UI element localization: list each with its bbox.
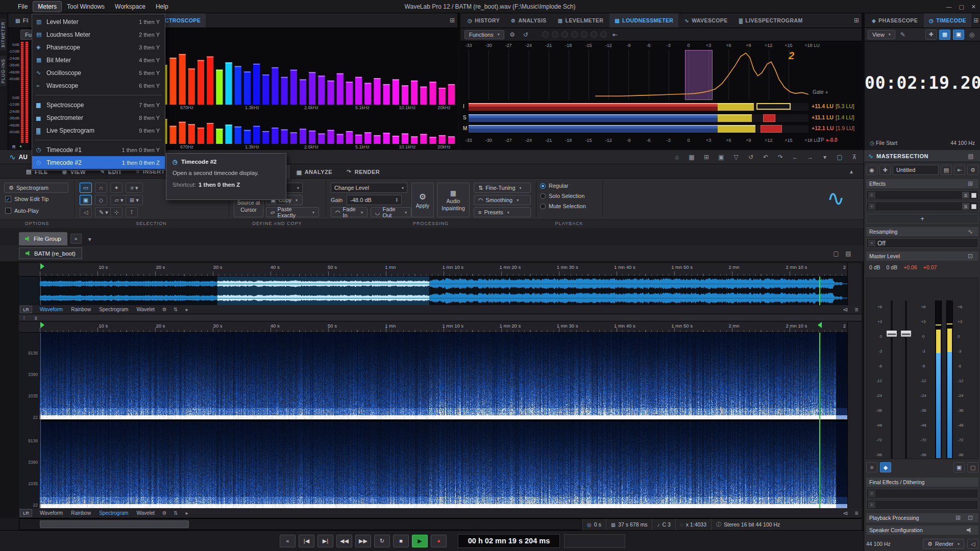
view-tab-rainbow[interactable]: Rainbow (67, 306, 94, 313)
meter-tab-timecode[interactable]: ◷TIMECODE (924, 13, 971, 28)
list-icon[interactable]: ≡ (851, 509, 862, 518)
view-settings-icon[interactable]: ⚙ (159, 509, 169, 518)
share-icon[interactable]: ⊲ (840, 305, 850, 314)
lasso-tool[interactable]: ∩ (95, 183, 107, 193)
fade-out-button[interactable]: ◡Fade Out▾ (371, 207, 411, 217)
grid-display-icon[interactable]: ▦ (939, 30, 950, 40)
list-icon[interactable]: ≡ (851, 305, 862, 314)
view-tab-wavelet[interactable]: Wavelet (133, 306, 158, 313)
nav-forward-icon[interactable]: → (805, 153, 815, 162)
change-level-select[interactable]: Change Level▾ (331, 183, 407, 193)
gear-icon[interactable]: ⚙ (967, 165, 978, 175)
meter-mode-icon[interactable] (552, 31, 558, 38)
window-control--[interactable]: — (946, 4, 951, 10)
horizontal-scrollbar[interactable] (19, 518, 582, 530)
status-info-icon[interactable]: ⓘStereo 16 bit 44 100 Hz (711, 519, 785, 530)
view-play-icon[interactable]: ▸ (182, 509, 192, 518)
meter-tab-levelmeter[interactable]: ▥LEVELMETER (553, 13, 608, 28)
main-ruler[interactable]: 10 s20 s30 s40 s50 s1 mn1 mn 10 s1 mn 20… (40, 321, 847, 333)
nav-back-icon[interactable]: ← (790, 153, 800, 162)
home-icon[interactable]: ⌂ (672, 153, 682, 162)
tabbar-menu-icon[interactable]: ⊞ (972, 16, 980, 25)
tabbar-menu-icon[interactable]: ⊞ (851, 16, 862, 25)
meter-tab-loudnessmeter[interactable]: ▤LOUDNESSMETER (609, 13, 678, 28)
panel-menu-icon[interactable]: ▤ (966, 152, 976, 161)
overview-right-strip[interactable] (847, 263, 862, 305)
stop-button[interactable]: ■ (393, 535, 409, 547)
fader-handle[interactable] (886, 330, 897, 337)
open-file-icon[interactable]: ▣ (716, 153, 726, 162)
status-selection-grid-icon[interactable]: ▦37 s 678 ms (606, 519, 652, 530)
meter-mode-icon[interactable] (600, 31, 607, 38)
brush-tool[interactable]: ✎ ▾ (95, 207, 112, 217)
file-group-tab[interactable]: File Group (19, 232, 67, 245)
status-note-icon[interactable]: ♪C 3 (652, 519, 675, 530)
playback-option-solo-selection[interactable]: Solo Selection (540, 193, 586, 199)
tools-icon[interactable]: ✚ (879, 165, 891, 175)
view-tab-spectrogram[interactable]: Spectrogram (95, 509, 132, 517)
meter-mode-icon[interactable] (571, 31, 578, 38)
save-icon[interactable]: ▽ (731, 153, 741, 162)
add-effect-button[interactable]: + (866, 214, 978, 223)
menu-tool-windows[interactable]: Tool Windows (62, 2, 109, 12)
forward-button[interactable]: ▶▶ (355, 535, 371, 547)
slot-state-icon[interactable] (971, 193, 976, 198)
editor-tab-render[interactable]: ↷RENDER (339, 165, 387, 179)
add-icon[interactable]: ⊞ (953, 514, 963, 521)
gear-icon[interactable]: ⚙ (507, 30, 518, 39)
menu-item-timecode-2[interactable]: ◷Timecode #21 then 0 then Z (32, 156, 165, 169)
edit-icon[interactable]: ✎ (898, 30, 908, 39)
effect-slot[interactable]: ≡S (866, 202, 978, 211)
rewind-button[interactable]: ◀◀ (336, 535, 352, 547)
target-icon[interactable]: ◎ (967, 30, 977, 39)
slot-state-icon[interactable] (971, 204, 976, 209)
menu-item-phasescope[interactable]: ◈Phasescope3 then Y (32, 41, 165, 54)
record-button[interactable]: ● (431, 535, 447, 547)
go-to-start-button[interactable]: |◀ (299, 535, 314, 547)
overview-waveform[interactable] (40, 277, 847, 305)
meter-tab-phasescope[interactable]: ◈PHASESCOPE (867, 13, 923, 28)
meter-tab-wavescope[interactable]: ∿WAVESCOPE (679, 13, 732, 28)
menu-item-spectrometer[interactable]: ▅Spectrometer8 then Y (32, 111, 165, 124)
view-tab-waveform[interactable]: Waveform (36, 306, 66, 313)
view-button[interactable]: View▾ (868, 30, 895, 39)
time-range-tool[interactable]: ▭ (80, 183, 92, 193)
meter-tab-analysis[interactable]: ⚙ANALYSIS (506, 13, 552, 28)
channel-selector[interactable]: LR (20, 306, 32, 313)
view-sort-icon[interactable]: ⇅ (170, 509, 181, 518)
status-zoom-icon[interactable]: ◌x 1:4033 (675, 519, 711, 530)
menu-item-bit-meter[interactable]: ▦Bit Meter4 then Y (32, 54, 165, 66)
main-right-strip[interactable] (847, 321, 862, 508)
meter-mode-icon[interactable] (542, 31, 549, 38)
fade-in-button[interactable]: ◠Fade In▾ (331, 207, 368, 217)
dithering-icon[interactable]: ◆ (880, 462, 891, 472)
overview-ruler[interactable]: 10 s20 s30 s40 s50 s1 mn1 mn 10 s1 mn 20… (40, 263, 847, 277)
playback-option-regular[interactable]: Regular (540, 183, 586, 189)
detach-icon[interactable]: ▢ (835, 153, 845, 162)
fine-tuning-button[interactable]: ⇅Fine-Tuning▾ (474, 183, 531, 193)
render-button[interactable]: ⚙Render▾ (923, 539, 964, 549)
undo-icon[interactable]: ↶ (761, 153, 771, 162)
presets-button[interactable]: ≡Presets▾ (474, 207, 531, 217)
audition-tool[interactable]: ◁ (80, 207, 92, 217)
pin-icon[interactable]: ⊼ (849, 153, 860, 162)
shape-tool[interactable]: ▱ ▾ (110, 195, 128, 205)
meter-menu-icon[interactable]: ≡ (866, 462, 877, 472)
wand-tool[interactable]: ✦ (110, 183, 122, 193)
auto-play-checkbox[interactable]: Auto-Play (5, 208, 39, 214)
ibeam-icon[interactable]: ⊺ (19, 315, 29, 322)
meter-mode-icon[interactable] (561, 31, 568, 38)
meter-mode-icon[interactable] (591, 31, 597, 38)
capture-icon[interactable]: ▣ (953, 30, 964, 40)
drag-handle-icon[interactable]: ≡ (868, 203, 875, 210)
history-icon[interactable]: ↺ (746, 153, 756, 162)
view-tab-wavelet[interactable]: Wavelet (133, 509, 158, 517)
ibeam-icon[interactable]: ⊻ (31, 315, 41, 322)
effect-slot[interactable]: ≡S (866, 190, 978, 200)
power-icon[interactable]: ◉ (866, 165, 877, 175)
meter-tab-history[interactable]: ◷HISTORY (462, 13, 505, 28)
rail-tab-bitmeter[interactable]: BITMETER (0, 18, 6, 51)
menu-item-spectroscope[interactable]: ▆Spectroscope7 then Y (32, 98, 165, 111)
view-tab-spectrogram[interactable]: Spectrogram (95, 306, 132, 313)
anchor-tool[interactable]: ⊹ (110, 207, 122, 217)
